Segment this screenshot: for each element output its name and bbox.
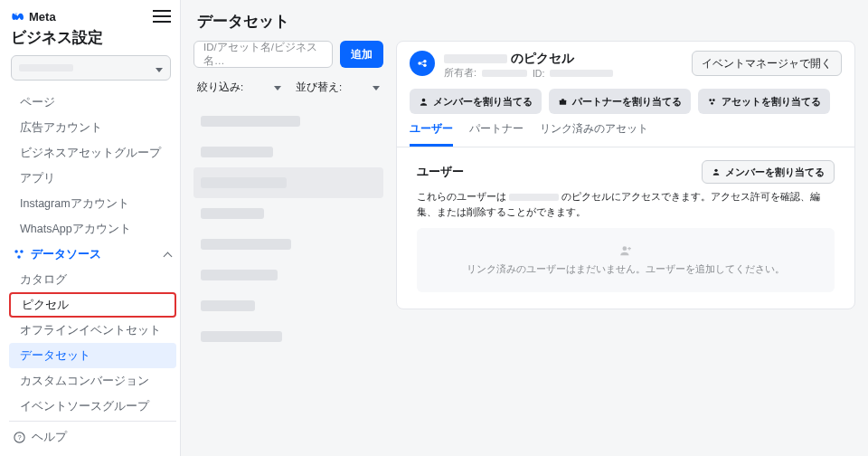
svg-point-14 — [714, 169, 717, 172]
svg-point-6 — [423, 60, 427, 63]
user-icon — [419, 97, 429, 107]
caret-down-icon — [373, 81, 380, 92]
tab-linked-assets[interactable]: リンク済みのアセット — [540, 121, 648, 147]
sidebar-item-datasets[interactable]: データセット — [9, 343, 176, 368]
sidebar-item-event-source-groups[interactable]: イベントソースグループ — [9, 394, 176, 417]
sidebar-item-ad-accounts[interactable]: 広告アカウント — [9, 115, 176, 140]
asset-icon — [707, 97, 717, 107]
list-item[interactable] — [193, 106, 383, 137]
hamburger-icon[interactable] — [153, 9, 171, 24]
user-plus-icon — [619, 244, 632, 257]
users-section-description: これらのユーザーは のピクセルにアクセスできます。アクセス許可を確認、編集、また… — [417, 189, 835, 219]
list-item[interactable] — [193, 321, 383, 352]
svg-rect-10 — [561, 99, 564, 100]
meta-icon — [11, 9, 25, 24]
svg-point-5 — [418, 62, 421, 65]
pixel-icon — [410, 51, 435, 76]
main-panel: データセット ID/アセット名/ビジネス名… 追加 絞り込み: 並び替え: — [181, 0, 868, 456]
svg-point-12 — [712, 99, 715, 101]
list-item[interactable] — [193, 229, 383, 260]
sidebar-section-data-sources[interactable]: データソース — [9, 242, 176, 267]
data-sources-icon — [13, 248, 25, 261]
svg-point-1 — [20, 250, 24, 253]
svg-point-0 — [14, 250, 18, 253]
sidebar-item-apps[interactable]: アプリ — [9, 166, 176, 191]
assign-partners-button[interactable]: パートナーを割り当てる — [549, 89, 691, 114]
list-item[interactable] — [193, 167, 383, 198]
detail-card: のピクセル 所有者: ID: イベントマネージャで開く — [396, 41, 855, 309]
user-icon — [712, 167, 721, 176]
caret-down-icon — [156, 62, 163, 75]
page-title: データセット — [181, 0, 868, 41]
sidebar-title: ビジネス設定 — [9, 25, 176, 55]
sidebar-item-asset-groups[interactable]: ビジネスアセットグループ — [9, 140, 176, 166]
sidebar-item-instagram[interactable]: Instagramアカウント — [9, 191, 176, 216]
svg-point-8 — [422, 98, 426, 101]
sort-select[interactable]: 並び替え: — [292, 75, 383, 99]
asset-list-column: ID/アセット名/ビジネス名… 追加 絞り込み: 並び替え: — [193, 41, 383, 456]
tab-partners[interactable]: パートナー — [469, 121, 524, 147]
list-item[interactable] — [193, 137, 383, 167]
sidebar-help[interactable]: ? ヘルプ — [9, 421, 176, 452]
svg-point-15 — [623, 246, 627, 251]
detail-meta: 所有者: ID: — [444, 67, 613, 80]
account-selector[interactable] — [11, 55, 171, 81]
open-events-manager-button[interactable]: イベントマネージャで開く — [692, 51, 842, 76]
detail-column: のピクセル 所有者: ID: イベントマネージャで開く — [396, 41, 855, 456]
tab-body-users: ユーザー メンバーを割り当てる これらのユーザーは のピクセルにアクセスできます… — [397, 147, 854, 309]
sidebar: Meta ビジネス設定 ページ 広告アカウント ビジネスアセットグループ アプリ… — [0, 0, 181, 456]
add-button[interactable]: 追加 — [340, 41, 383, 68]
sidebar-item-pixels[interactable]: ピクセル — [9, 292, 176, 318]
sidebar-nav: ページ 広告アカウント ビジネスアセットグループ アプリ Instagramアカ… — [9, 86, 176, 417]
caret-down-icon — [274, 81, 281, 92]
sidebar-item-catalog[interactable]: カタログ — [9, 267, 176, 292]
sidebar-item-pages[interactable]: ページ — [9, 90, 176, 115]
list-item[interactable] — [193, 290, 383, 321]
search-input[interactable]: ID/アセット名/ビジネス名… — [193, 41, 333, 68]
svg-rect-9 — [560, 100, 566, 104]
list-item[interactable] — [193, 260, 383, 290]
account-name-placeholder — [19, 64, 73, 71]
asset-list — [193, 106, 383, 456]
filter-select[interactable]: 絞り込み: — [193, 75, 285, 99]
briefcase-icon — [558, 97, 568, 107]
assign-assets-button[interactable]: アセットを割り当てる — [698, 89, 830, 114]
users-section-title: ユーザー — [417, 164, 464, 180]
svg-point-2 — [17, 255, 21, 259]
detail-tabs: ユーザー パートナー リンク済みのアセット — [397, 114, 854, 147]
tab-users[interactable]: ユーザー — [410, 121, 453, 147]
meta-brand-text: Meta — [29, 10, 56, 24]
sidebar-item-custom-conversions[interactable]: カスタムコンバージョン — [9, 368, 176, 394]
svg-text:?: ? — [17, 433, 21, 442]
list-item[interactable] — [193, 198, 383, 229]
assign-members-button-secondary[interactable]: メンバーを割り当てる — [702, 160, 835, 184]
meta-logo: Meta — [11, 9, 56, 24]
help-icon: ? — [13, 431, 26, 444]
users-empty-state: リンク済みのユーザーはまだいません。ユーザーを追加してください。 — [417, 228, 835, 292]
assign-members-button[interactable]: メンバーを割り当てる — [410, 89, 542, 114]
svg-point-11 — [709, 99, 712, 101]
sidebar-item-whatsapp[interactable]: WhatsAppアカウント — [9, 216, 176, 242]
sidebar-item-offline-events[interactable]: オフラインイベントセット — [9, 318, 176, 343]
chevron-up-icon — [165, 248, 171, 261]
svg-point-13 — [711, 101, 713, 104]
detail-title: のピクセル — [444, 51, 613, 67]
svg-point-7 — [423, 64, 427, 68]
